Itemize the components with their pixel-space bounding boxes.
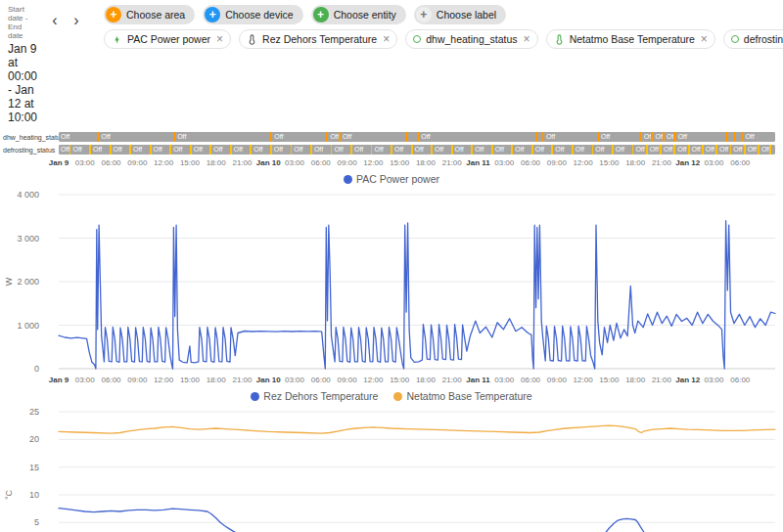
legend-dot [344, 175, 352, 184]
power-chart-canvas[interactable]: 01 0002 0003 0004 000W [0, 189, 783, 375]
legend-item-rez-dehors-temperature[interactable]: Rez Dehors Temperature [251, 390, 378, 402]
timeline-segment-off[interactable]: Off [59, 132, 97, 142]
timeline-segment-off[interactable]: Off [544, 132, 597, 142]
timeline-segment-off[interactable]: Off [653, 132, 662, 142]
date-nav: ‹ › [45, 11, 86, 30]
timeline-segment-off[interactable]: Off [760, 145, 769, 155]
timeline-segment-off[interactable]: Off [513, 145, 531, 155]
legend-item-pac-power-power[interactable]: PAC Power power [344, 173, 439, 185]
timeline-segment-off[interactable]: Off [272, 145, 291, 155]
timeline-segment-off[interactable]: Off [372, 145, 391, 155]
timeline-segment-off[interactable]: Off [642, 132, 651, 142]
timeline-segment-off[interactable]: Off [152, 145, 170, 155]
timeline-segment-off[interactable]: Off [419, 132, 534, 142]
next-period-button[interactable]: › [67, 11, 86, 30]
power-chart-time-axis: Jan 903:0006:0009:0012:0015:0018:0021:00… [0, 375, 783, 386]
timeline-segment-off[interactable]: Off [332, 145, 350, 155]
timeline-segment-off[interactable]: Off [633, 145, 645, 155]
legend-label: PAC Power power [356, 173, 439, 185]
timeline-segment-off[interactable]: Off [341, 132, 406, 142]
timeline-segment-off[interactable]: Off [676, 132, 725, 142]
timeline-segment-off[interactable]: Off [593, 145, 612, 155]
close-icon[interactable]: × [216, 32, 223, 46]
date-range-value: Jan 9 at 00:00 - Jan 12 at 10:00 [8, 42, 37, 124]
timeline-segment-off[interactable]: Off [665, 132, 673, 142]
timeline-segment-off[interactable]: Off [746, 145, 758, 155]
timeline-segment-off[interactable]: Off [675, 145, 687, 155]
state-label: Off [676, 132, 725, 142]
entity-chip-netatmo-base-temperature[interactable]: Netatmo Base Temperature× [546, 29, 715, 49]
legend-item-netatmo-base-temperature[interactable]: Netatmo Base Temperature [393, 390, 531, 402]
timeline-segment-off[interactable]: Off [70, 145, 89, 155]
close-icon[interactable]: × [383, 32, 390, 46]
svg-text:10: 10 [29, 490, 39, 500]
timeline-segment-off[interactable]: Off [211, 145, 230, 155]
entity-chip-pac-power-power[interactable]: PAC Power power× [104, 29, 231, 49]
chip-label: Choose device [225, 9, 293, 21]
timeline-segment-off[interactable]: Off [171, 145, 190, 155]
close-icon[interactable]: × [701, 32, 708, 46]
timeline-segment-off[interactable]: Off [352, 145, 371, 155]
timeline-segment-off[interactable]: Off [717, 145, 729, 155]
timeline-segment-off[interactable]: Off [392, 145, 411, 155]
entity-chip-defrosting-status[interactable]: defrosting_status× [723, 29, 783, 49]
svg-text:3 000: 3 000 [17, 234, 39, 244]
svg-text:5: 5 [34, 517, 39, 527]
timeline-segment-off[interactable]: Off [100, 132, 173, 142]
choose-chip-choose-area[interactable]: +Choose area [104, 5, 195, 24]
time-tick: 18:00 [207, 376, 226, 384]
date-range-picker[interactable]: Start date - End date Jan 9 at 00:00 - J… [8, 5, 37, 124]
timeline-segment-off[interactable]: Off [413, 145, 432, 155]
entity-chip-rez-dehors-temperature[interactable]: Rez Dehors Temperature× [239, 29, 397, 49]
choose-chip-choose-label[interactable]: +Choose label [414, 5, 506, 24]
timeline-segment-off[interactable]: Off [493, 145, 512, 155]
timeline-segment-off[interactable]: Off [648, 145, 660, 155]
entity-chip-dhw-heating-status[interactable]: dhw_heating_status× [405, 29, 537, 49]
timeline-segment-off[interactable]: Off [553, 145, 572, 155]
timeline-segment-off[interactable] [408, 132, 417, 142]
timeline-segment-off[interactable]: Off [312, 145, 331, 155]
timeline-segment-off[interactable]: Off [292, 145, 310, 155]
timeline-segment-off[interactable]: Off [232, 145, 251, 155]
timeline-segment-off[interactable]: Off [272, 132, 326, 142]
timeline-segment-off[interactable]: Off [599, 132, 640, 142]
timeline-segment-off[interactable]: Off [433, 145, 451, 155]
state-label: Off [372, 145, 391, 155]
timeline-segment-off[interactable]: Off [473, 145, 491, 155]
svg-text:25: 25 [29, 407, 39, 417]
timeline-segment-off[interactable]: Off [690, 145, 702, 155]
state-label: Off [131, 145, 150, 155]
temperature-chart-canvas[interactable]: -50510152025°C [0, 406, 783, 532]
timeline-segment-off[interactable]: Off [131, 145, 150, 155]
chip-label: Netatmo Base Temperature [570, 33, 695, 45]
plus-icon: + [205, 7, 220, 22]
timeline-segment-off[interactable]: Off [731, 145, 743, 155]
timeline-segment-off[interactable]: Off [533, 145, 552, 155]
time-tick: 21:00 [442, 376, 462, 384]
timeline-segment-off[interactable] [771, 145, 775, 155]
timeline-bar[interactable]: OffOffOffOffOffOffOffOffOffOffOffOffOffO… [59, 132, 775, 142]
timeline-segment-off[interactable]: Off [112, 145, 130, 155]
timeline-segment-off[interactable]: Off [59, 145, 69, 155]
choose-chip-choose-entity[interactable]: +Choose entity [311, 5, 406, 24]
time-tick: 18:00 [625, 376, 645, 384]
timeline-segment-off[interactable]: Off [91, 145, 110, 155]
timeline-segment-off[interactable]: Off [328, 132, 338, 142]
timeline-segment-off[interactable]: Off [252, 145, 270, 155]
time-tick: 03:00 [285, 158, 304, 167]
legend-dot [251, 392, 259, 401]
timeline-segment-off[interactable]: Off [614, 145, 632, 155]
prev-period-button[interactable]: ‹ [45, 11, 65, 30]
state-label: Off [192, 145, 210, 155]
timeline-segment-off[interactable]: Off [704, 145, 715, 155]
timeline-segment-off[interactable]: Off [662, 145, 673, 155]
close-icon[interactable]: × [524, 32, 530, 46]
timeline-segment-off[interactable]: Off [743, 132, 775, 142]
timeline-segment-off[interactable]: Off [175, 132, 270, 142]
timeline-segment-off[interactable]: Off [192, 145, 210, 155]
timeline-segment-off[interactable]: Off [574, 145, 592, 155]
timeline-bar[interactable]: OffOffOffOffOffOffOffOffOffOffOffOffOffO… [59, 145, 775, 155]
choose-chip-choose-device[interactable]: +Choose device [203, 5, 302, 24]
timeline-segment-off[interactable]: Off [453, 145, 472, 155]
toolbar: Start date - End date Jan 9 at 00:00 - J… [0, 0, 783, 126]
